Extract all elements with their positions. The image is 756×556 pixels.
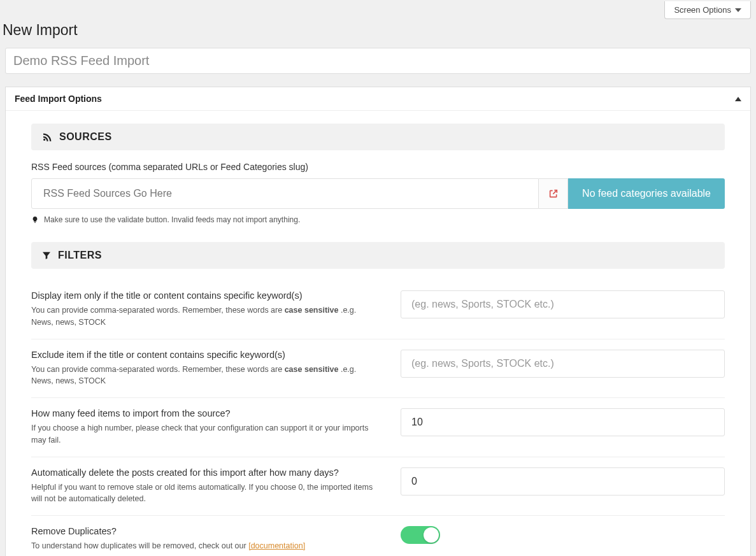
rss-sources-input[interactable] [31,178,539,209]
row-desc: You can provide comma-separated words. R… [31,364,375,388]
screen-options-button[interactable]: Screen Options [664,1,751,19]
page-title: New Import [0,19,756,48]
filter-row-exclude-keywords: Exclude item if the title or content con… [31,339,725,399]
row-title: Display item only if the title or conten… [31,290,375,301]
feed-import-options-panel: Feed Import Options SOURCES RSS Feed sou… [5,87,751,556]
row-title: How many feed items to import from the s… [31,408,375,418]
filters-section-header: FILTERS [31,242,725,269]
item-count-input[interactable] [401,408,725,436]
external-link-icon [548,189,559,199]
filters-heading: FILTERS [58,250,102,261]
panel-title: Feed Import Options [15,94,102,104]
toggle-knob [424,527,439,543]
filter-row-include-keywords: Display item only if the title or conten… [31,280,725,339]
collapse-icon [735,97,741,101]
remove-duplicates-toggle[interactable] [401,526,440,544]
row-desc: If you choose a high number, please chec… [31,422,375,446]
filter-row-item-count: How many feed items to import from the s… [31,398,725,457]
row-desc: To understand how duplicates will be rem… [31,540,375,552]
import-title-input[interactable] [5,48,751,74]
validate-feed-button[interactable] [539,178,568,209]
row-title: Automatically delete the posts created f… [31,467,375,478]
documentation-link[interactable]: [documentation] [248,541,305,550]
chevron-down-icon [735,8,741,12]
screen-options-label: Screen Options [674,5,731,15]
lightbulb-icon [31,215,39,224]
feed-categories-badge: No feed categories available [568,178,725,209]
row-desc: You can provide comma-separated words. R… [31,304,375,329]
sources-section-header: SOURCES [31,124,725,150]
row-title: Remove Duplicates? [31,526,375,536]
sources-hint: Make sure to use the validate button. In… [44,215,300,224]
filter-row-remove-duplicates: Remove Duplicates? To understand how dup… [31,516,725,556]
filter-icon [41,250,52,260]
filter-row-auto-delete-days: Automatically delete the posts created f… [31,457,725,517]
auto-delete-days-input[interactable] [401,467,725,495]
sources-heading: SOURCES [59,131,112,143]
exclude-keywords-input[interactable] [401,350,725,378]
panel-header[interactable]: Feed Import Options [6,87,750,111]
rss-icon [41,131,53,143]
row-title: Exclude item if the title or content con… [31,350,375,360]
include-keywords-input[interactable] [401,290,725,318]
sources-label: RSS Feed sources (comma separated URLs o… [31,162,725,172]
row-desc: Helpful if you want to remove stale or o… [31,481,375,506]
